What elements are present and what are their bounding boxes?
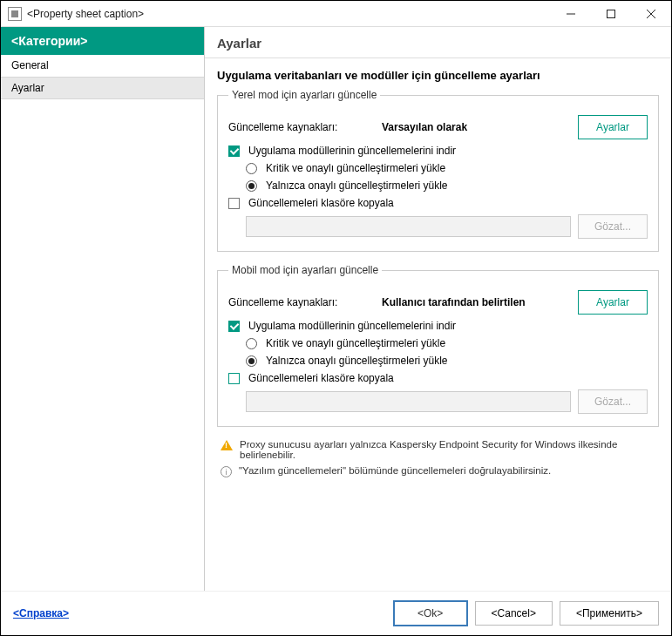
mobile-radio-approved-label: Yalnızca onaylı güncelleştirmeleri yükle xyxy=(266,355,448,367)
svg-rect-1 xyxy=(608,10,615,17)
sidebar-item-label: General xyxy=(11,59,49,71)
mobile-sources-value: Kullanıcı tarafından belirtilen xyxy=(382,296,573,308)
main-panel: Ayarlar Uygulama veritabanları ve modüll… xyxy=(205,27,671,591)
content: <Категории> General Ayarlar Ayarlar Uygu… xyxy=(1,27,671,591)
local-sources-label: Güncelleme kaynakları: xyxy=(228,121,377,133)
maximize-button[interactable] xyxy=(591,1,631,27)
mobile-download-updates-checkbox[interactable] xyxy=(228,321,240,332)
group-local-mode: Yerel mod için ayarları güncelle Güncell… xyxy=(217,89,659,252)
group-local-legend: Yerel mod için ayarları güncelle xyxy=(228,89,380,101)
sidebar-item-settings[interactable]: Ayarlar xyxy=(1,77,204,99)
info-note: i "Yazılım güncellemeleri" bölümünde gün… xyxy=(221,465,659,477)
group-mobile-mode: Mobil mod için ayarları güncelle Güncell… xyxy=(217,264,659,427)
local-download-updates-label: Uygulama modüllerinin güncellemelerini i… xyxy=(248,145,456,157)
sidebar-item-label: Ayarlar xyxy=(11,82,44,94)
app-icon xyxy=(8,7,22,21)
local-copy-folder-checkbox[interactable] xyxy=(228,198,240,209)
local-radio-critical[interactable] xyxy=(246,163,257,174)
mobile-copy-folder-checkbox[interactable] xyxy=(228,373,240,384)
warning-icon xyxy=(221,440,233,450)
sidebar: <Категории> General Ayarlar xyxy=(1,27,205,591)
section-title: Uygulama veritabanları ve modüller için … xyxy=(217,69,659,82)
help-link[interactable]: <Справка> xyxy=(13,607,69,619)
local-folder-path-input[interactable] xyxy=(246,216,571,237)
main-header: Ayarlar xyxy=(205,27,671,58)
window: <Property sheet caption> <Категории> Gen… xyxy=(0,0,672,636)
info-text: "Yazılım güncellemeleri" bölümünde günce… xyxy=(239,465,551,476)
main-body: Uygulama veritabanları ve modüller için … xyxy=(205,58,671,591)
mobile-radio-critical[interactable] xyxy=(246,338,257,349)
window-controls xyxy=(551,1,671,27)
info-icon: i xyxy=(221,466,232,477)
minimize-button[interactable] xyxy=(551,1,591,27)
mobile-settings-button[interactable]: Ayarlar xyxy=(578,290,648,315)
cancel-button[interactable]: <Cancel> xyxy=(475,601,553,626)
footer: <Справка> <Ok> <Cancel> <Применить> xyxy=(1,591,671,635)
local-radio-approved-label: Yalnızca onaylı güncelleştirmeleri yükle xyxy=(266,179,448,192)
mobile-download-updates-label: Uygulama modüllerinin güncellemelerini i… xyxy=(248,320,456,332)
titlebar: <Property sheet caption> xyxy=(1,1,671,27)
mobile-radio-critical-label: Kritik ve onaylı güncelleştirmeleri yükl… xyxy=(266,337,445,349)
local-sources-value: Varsayılan olarak xyxy=(382,121,573,133)
close-button[interactable] xyxy=(631,1,671,27)
warning-text: Proxy sunucusu ayarları yalnızca Kaspers… xyxy=(240,439,659,460)
local-copy-folder-label: Güncellemeleri klasöre kopyala xyxy=(248,197,394,209)
apply-button[interactable]: <Применить> xyxy=(560,601,659,626)
local-settings-button[interactable]: Ayarlar xyxy=(578,115,648,139)
sidebar-item-general[interactable]: General xyxy=(1,55,204,77)
local-download-updates-checkbox[interactable] xyxy=(228,145,240,157)
mobile-sources-label: Güncelleme kaynakları: xyxy=(228,296,377,308)
window-title: <Property sheet caption> xyxy=(27,8,551,20)
local-browse-button[interactable]: Gözat... xyxy=(578,214,648,239)
warning-note: Proxy sunucusu ayarları yalnızca Kaspers… xyxy=(221,439,659,460)
group-mobile-legend: Mobil mod için ayarları güncelle xyxy=(228,264,382,276)
mobile-copy-folder-label: Güncellemeleri klasöre kopyala xyxy=(248,372,394,384)
mobile-browse-button[interactable]: Gözat... xyxy=(578,389,648,414)
ok-button[interactable]: <Ok> xyxy=(393,600,468,626)
local-radio-approved[interactable] xyxy=(246,180,257,192)
sidebar-header: <Категории> xyxy=(1,27,204,55)
mobile-folder-path-input[interactable] xyxy=(246,391,571,412)
mobile-radio-approved[interactable] xyxy=(246,355,257,367)
local-radio-critical-label: Kritik ve onaylı güncelleştirmeleri yükl… xyxy=(266,162,445,174)
